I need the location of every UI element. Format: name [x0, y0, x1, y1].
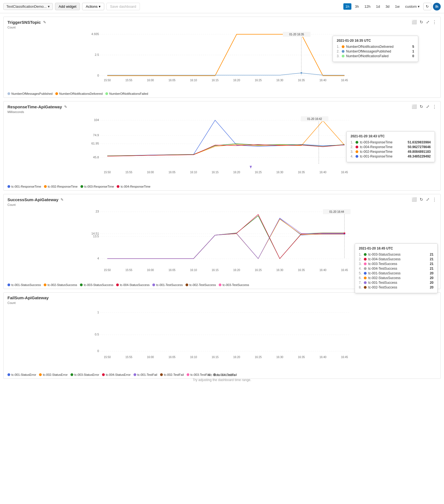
svg-text:16:05: 16:05: [168, 356, 175, 359]
document-icon[interactable]: ⬜: [412, 20, 417, 25]
tooltip-value: 1: [412, 49, 414, 53]
svg-text:16:10: 16:10: [190, 269, 197, 272]
svg-text:16:15: 16:15: [211, 269, 218, 272]
dashboard-selector[interactable]: TextClassificationDemo... ▾: [3, 3, 53, 10]
refresh-icon[interactable]: ↻: [420, 20, 423, 25]
add-widget-button[interactable]: Add widget: [55, 3, 80, 10]
document-icon[interactable]: ⬜: [412, 197, 417, 202]
svg-text:74.9: 74.9: [93, 133, 99, 137]
panel-title: ResponseTime-ApiGateway: [7, 104, 62, 109]
chart-area: 23 14.51 13.5 4 15:50 15:55 16:00 16:05 …: [4, 208, 440, 282]
legend-item: tc-004-ResponseTime: [117, 185, 150, 188]
save-dashboard-button[interactable]: Save dashboard: [106, 3, 140, 10]
tooltip-label: NumberOfMessagesPublished: [346, 49, 391, 53]
svg-text:0: 0: [97, 74, 99, 77]
tooltip-value: 51.6329833984: [408, 140, 431, 144]
time-12h-button[interactable]: 12h: [362, 3, 372, 10]
chart-area: 4.935 2.5 0 15:50 15:55 16:00 16:05 16:1…: [4, 30, 440, 91]
panel-actions: ⬜ ↻ ⤢ ⋮: [412, 197, 437, 202]
tooltip-label: tc-002-ResponseTime: [360, 150, 393, 154]
panel-success-sum: SuccessSum-ApiGateway ✎ ⬜ ↻ ⤢ ⋮ Count 23…: [3, 194, 441, 289]
legend-item: tc-001-StatusSuccess: [7, 283, 41, 287]
edit-icon[interactable]: ✎: [64, 105, 67, 109]
tooltip-value: 20: [430, 276, 433, 280]
expand-icon[interactable]: ⤢: [426, 104, 430, 109]
tooltip-label: tc-004-TestSuccess: [368, 267, 397, 271]
svg-text:15:55: 15:55: [125, 356, 132, 359]
svg-text:0.5: 0.5: [95, 333, 99, 336]
legend-label: tc-001-TestSuccess: [156, 283, 183, 287]
legend-color: [7, 92, 10, 95]
time-3d-button[interactable]: 3d: [383, 3, 391, 10]
more-icon[interactable]: ⋮: [432, 197, 437, 202]
refresh-icon[interactable]: ↻: [420, 104, 423, 109]
legend-color: [44, 284, 46, 286]
svg-point-71: [344, 232, 345, 234]
legend-label: tc-004-ResponseTime: [121, 185, 150, 188]
tooltip-label: tc-004-ResponseTime: [360, 145, 393, 149]
svg-text:16:20: 16:20: [233, 356, 240, 359]
svg-text:16:20: 16:20: [233, 79, 240, 82]
dashboard: TriggerSNSTopic ✎ ⬜ ↻ ⤢ ⋮ Count 4.935 2.…: [0, 17, 444, 379]
panel2-legend: tc-001-ResponseTime tc-002-ResponseTime …: [4, 184, 440, 190]
tooltip-row: 7. tc-001-TestSuccess 20: [359, 281, 433, 285]
edit-icon[interactable]: ✎: [43, 20, 46, 24]
tooltip-label: tc-003-ResponseTime: [360, 140, 393, 144]
panel-title-area: ResponseTime-ApiGateway ✎: [7, 104, 67, 109]
tooltip-dot: [342, 55, 344, 57]
svg-text:16:25: 16:25: [255, 171, 262, 174]
legend-label: tc-001-ResponseTime: [11, 185, 41, 188]
svg-text:15:55: 15:55: [125, 79, 132, 82]
panel1-legend: NumberOfMessagesPublished NumberOfNotifi…: [4, 91, 440, 98]
svg-point-20: [301, 72, 302, 74]
svg-text:15:50: 15:50: [104, 79, 111, 82]
tooltip-title: 2021-01-20 16:45 UTC: [359, 246, 433, 250]
tooltip-value: 49.8084891183: [408, 150, 431, 154]
panel-title: FailSum-ApiGateway: [7, 295, 49, 300]
legend-color: [7, 284, 10, 286]
refresh-icon[interactable]: ↻: [420, 197, 423, 202]
legend-label: tc-002-TestSuccess: [189, 283, 216, 287]
time-custom-button[interactable]: custom ▾: [403, 3, 422, 10]
panel-header: FailSum-ApiGateway: [4, 293, 440, 301]
tooltip-row: 5. tc-001-StatusSuccess 20: [359, 271, 433, 275]
panel3-tooltip: 2021-01-20 16:45 UTC 1. tc-003-StatusSuc…: [355, 243, 438, 293]
legend-color: [105, 92, 108, 95]
more-icon[interactable]: ⋮: [432, 20, 437, 25]
toolbar-left: TextClassificationDemo... ▾ Add widget A…: [3, 3, 341, 10]
legend-label: tc-004-StatusSuccess: [120, 283, 150, 287]
svg-text:16:15: 16:15: [211, 356, 218, 359]
document-icon[interactable]: ⬜: [412, 104, 417, 109]
svg-text:16:45: 16:45: [341, 79, 348, 82]
tooltip-row: 2. tc-004-ResponseTime 50.9627278646: [351, 145, 431, 149]
refresh-button[interactable]: ↻: [423, 3, 431, 10]
time-1w-button[interactable]: 1w: [393, 3, 402, 10]
chevron-down-icon: ▾: [99, 4, 101, 9]
panel-title: SuccessSum-ApiGateway: [7, 197, 58, 202]
tooltip-row: 3. tc-003-TestSuccess 21: [359, 262, 433, 266]
legend-color: [116, 284, 119, 286]
time-1h-button[interactable]: 1h: [343, 3, 351, 10]
tooltip-label: tc-002-StatusSuccess: [368, 276, 401, 280]
panel-header: SuccessSum-ApiGateway ✎ ⬜ ↻ ⤢ ⋮: [4, 194, 440, 203]
expand-icon[interactable]: ⤢: [426, 20, 430, 25]
svg-text:16:15: 16:15: [211, 79, 218, 82]
tooltip-row: 2. NumberOfMessagesPublished 1: [337, 49, 414, 53]
svg-text:15:55: 15:55: [125, 269, 132, 272]
legend-label: tc-002-ResponseTime: [48, 185, 78, 188]
expand-icon[interactable]: ⤢: [426, 197, 430, 202]
svg-text:16:35: 16:35: [298, 171, 305, 174]
more-icon[interactable]: ⋮: [432, 104, 437, 109]
svg-text:15:50: 15:50: [104, 269, 111, 272]
legend-label: NumberOfNotificationsFailed: [109, 92, 148, 95]
tooltip-dot: [364, 277, 367, 279]
svg-text:15:50: 15:50: [104, 356, 111, 359]
svg-text:2.5: 2.5: [95, 53, 99, 56]
tooltip-value: 20: [430, 281, 433, 285]
actions-button[interactable]: Actions ▾: [82, 3, 104, 10]
edit-icon[interactable]: ✎: [61, 198, 64, 202]
legend-label: NumberOfMessagesPublished: [11, 92, 53, 95]
time-3h-button[interactable]: 3h: [353, 3, 361, 10]
tooltip-label: NumberOfNotificationsDelivered: [346, 45, 393, 49]
time-1d-button[interactable]: 1d: [374, 3, 382, 10]
